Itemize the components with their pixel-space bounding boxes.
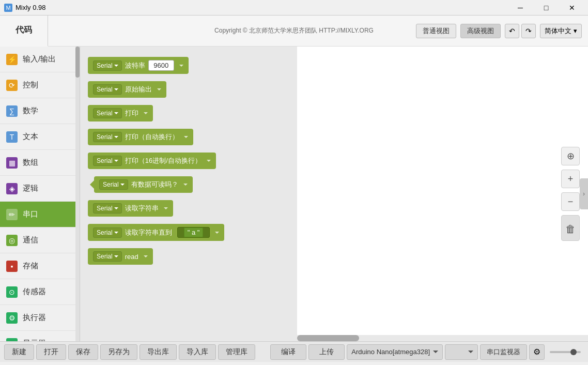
sidebar-item-control[interactable]: ⟳控制 xyxy=(0,72,80,98)
block-readstring_until[interactable]: Serial 读取字符串直到" a " xyxy=(88,224,224,241)
sidebar-label-logic: 逻辑 xyxy=(23,184,38,193)
sidebar-label-display: 显示器 xyxy=(23,339,46,341)
block-print[interactable]: Serial 打印 xyxy=(88,105,153,121)
sidebar-scrollbar[interactable] xyxy=(75,47,80,341)
block-readstring[interactable]: Serial 读取字符串 xyxy=(88,200,173,217)
normal-view-button[interactable]: 普通视图 xyxy=(416,24,456,38)
block-serial-label-baud: Serial xyxy=(93,60,122,71)
sidebar: ⚡输入/输出⟳控制∑数学T文本▦数组◈逻辑✏串口◎通信▪存储⊙传感器⚙执行器▭显… xyxy=(0,47,80,341)
block-println[interactable]: Serial 打印（自动换行） xyxy=(88,129,193,145)
sidebar-item-display[interactable]: ▭显示器 xyxy=(0,331,80,341)
sidebar-item-logic[interactable]: ◈逻辑 xyxy=(0,176,80,202)
sidebar-item-math[interactable]: ∑数学 xyxy=(0,98,80,124)
block-arrow-icon-print_raw xyxy=(157,88,161,90)
dropdown-arrow-icon xyxy=(114,65,118,67)
scrollbar-thumb xyxy=(297,335,359,341)
sidebar-icon-actuator: ⚙ xyxy=(6,312,18,324)
sidebar-label-serial: 串口 xyxy=(23,209,38,219)
block-read[interactable]: Serial read xyxy=(88,248,153,265)
redo-button[interactable]: ↷ xyxy=(521,24,536,38)
bottombar: 新建 打开 保存 另存为 导出库 导入库 管理库 编译 上传 Arduino N… xyxy=(0,341,588,362)
sidebar-icon-control: ⟳ xyxy=(6,80,18,91)
sidebar-label-comm: 通信 xyxy=(23,235,38,245)
open-button[interactable]: 打开 xyxy=(36,344,66,360)
zoom-out-button[interactable]: − xyxy=(561,192,580,211)
advanced-view-button[interactable]: 高级视图 xyxy=(460,24,501,38)
center-button[interactable]: ⊕ xyxy=(561,147,580,165)
horizontal-scrollbar[interactable] xyxy=(297,335,588,341)
manage-button[interactable]: 管理库 xyxy=(218,344,255,360)
block-text-print_hex: 打印（16进制/自动换行） xyxy=(125,156,202,165)
sidebar-item-text[interactable]: T文本 xyxy=(0,124,80,150)
sidebar-item-sensor[interactable]: ⊙传感器 xyxy=(0,279,80,305)
zoom-slider[interactable] xyxy=(550,351,581,353)
dropdown-arrow-icon xyxy=(114,232,118,234)
zoom-slider-thumb xyxy=(570,349,577,355)
sidebar-icon-math: ∑ xyxy=(6,105,18,117)
block-input-baud[interactable]: 9600 xyxy=(148,60,174,71)
code-tab[interactable]: 代码 xyxy=(0,16,48,47)
right-panel-toggle[interactable]: › xyxy=(580,178,588,209)
toolbar: 代码 Copyright © 北京师范大学米思齐团队 HTTP://MIXLY.… xyxy=(0,16,588,47)
trash-button[interactable]: 🗑 xyxy=(561,215,580,241)
canvas-area[interactable]: ⊕ + − 🗑 › xyxy=(297,47,588,341)
block-text-readstring_until: 读取字符串直到 xyxy=(125,228,172,237)
language-button[interactable]: 简体中文 ▾ xyxy=(540,24,582,38)
board-select[interactable]: Arduino Nano[atmega328] xyxy=(347,344,443,360)
block-print_hex[interactable]: Serial 打印（16进制/自动换行） xyxy=(88,153,216,169)
sidebar-icon-io: ⚡ xyxy=(6,54,18,65)
sidebar-icon-logic: ◈ xyxy=(6,183,18,194)
sidebar-item-comm[interactable]: ◎通信 xyxy=(0,227,80,253)
sidebar-icon-array: ▦ xyxy=(6,157,18,169)
import-button[interactable]: 导入库 xyxy=(179,344,216,360)
maximize-button[interactable]: □ xyxy=(534,0,558,16)
export-button[interactable]: 导出库 xyxy=(140,344,177,360)
sidebar-label-math: 数学 xyxy=(23,106,38,116)
zoom-in-icon: + xyxy=(568,174,574,185)
titlebar: M Mixly 0.98 ─ □ ✕ xyxy=(0,0,588,16)
compile-button[interactable]: 编译 xyxy=(270,344,306,360)
sidebar-item-array[interactable]: ▦数组 xyxy=(0,150,80,176)
block-text-input-readstring_until[interactable]: " a " xyxy=(177,227,210,238)
port-select[interactable] xyxy=(445,344,478,360)
block-baud[interactable]: Serial 波特率9600 xyxy=(88,57,189,74)
dropdown-arrow-icon xyxy=(114,255,118,257)
block-print_raw[interactable]: Serial 原始输出 xyxy=(88,81,166,98)
toolbar-right: 普通视图 高级视图 ↶ ↷ 简体中文 ▾ xyxy=(416,24,588,38)
sidebar-item-io[interactable]: ⚡输入/输出 xyxy=(0,47,80,72)
center-icon: ⊕ xyxy=(567,150,575,162)
blocks-panel: Serial 波特率9600Serial 原始输出Serial 打印Serial… xyxy=(80,47,297,341)
save-button[interactable]: 保存 xyxy=(68,344,98,360)
sidebar-icon-serial: ✏ xyxy=(6,209,18,220)
sidebar-item-actuator[interactable]: ⚙执行器 xyxy=(0,305,80,331)
sidebar-icon-storage: ▪ xyxy=(6,261,18,272)
copyright-text: Copyright © 北京师范大学米思齐团队 HTTP://MIXLY.ORG xyxy=(214,26,374,35)
zoom-out-icon: − xyxy=(568,196,574,207)
undo-redo-group: ↶ ↷ xyxy=(505,24,536,38)
sidebar-scroll-thumb xyxy=(75,47,80,78)
block-arrow-icon-readstring xyxy=(164,207,168,209)
block-available[interactable]: Serial 有数据可读吗？ xyxy=(94,176,193,193)
sidebar-icon-display: ▭ xyxy=(6,338,18,342)
dropdown-arrow-icon xyxy=(114,112,118,114)
upload-button[interactable]: 上传 xyxy=(308,344,345,360)
sidebar-item-storage[interactable]: ▪存储 xyxy=(0,253,80,279)
titlebar-left: M Mixly 0.98 xyxy=(4,4,46,12)
gear-icon: ⚙ xyxy=(533,347,540,357)
undo-button[interactable]: ↶ xyxy=(505,24,519,38)
app-icon: M xyxy=(4,4,12,12)
gear-button[interactable]: ⚙ xyxy=(529,344,545,360)
titlebar-controls: ─ □ ✕ xyxy=(508,0,584,16)
block-serial-label-available: Serial xyxy=(99,179,128,190)
save-as-button[interactable]: 另存为 xyxy=(100,344,137,360)
serial-monitor-button[interactable]: 串口监视器 xyxy=(480,344,527,360)
close-button[interactable]: ✕ xyxy=(560,0,584,16)
sidebar-label-control: 控制 xyxy=(23,80,38,90)
block-text-readstring: 读取字符串 xyxy=(125,204,159,213)
sidebar-label-array: 数组 xyxy=(23,158,38,168)
minimize-button[interactable]: ─ xyxy=(508,0,532,16)
zoom-in-button[interactable]: + xyxy=(561,170,580,188)
trash-icon: 🗑 xyxy=(565,223,576,235)
new-button[interactable]: 新建 xyxy=(4,344,34,360)
sidebar-item-serial[interactable]: ✏串口 xyxy=(0,202,80,227)
